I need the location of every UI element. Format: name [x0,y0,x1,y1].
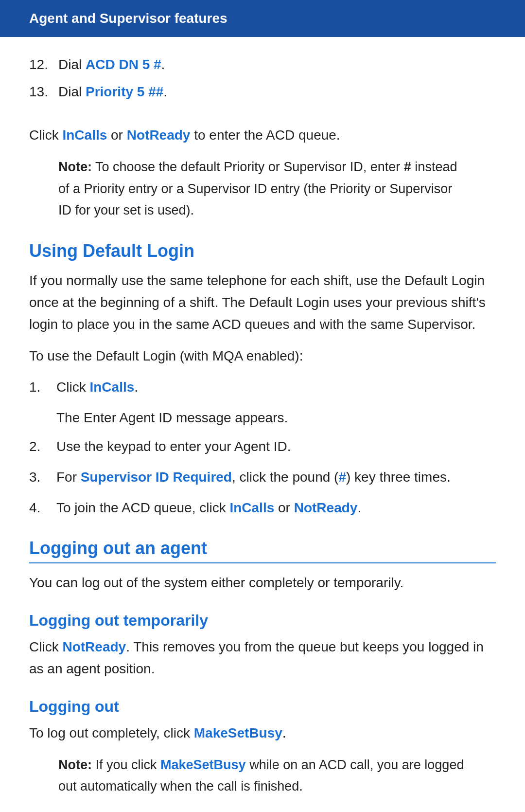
section-logging-out-agent-heading: Logging out an agent [29,538,496,563]
note-block-2: Note: If you click MakeSetBusy while on … [58,754,467,798]
step-2-content: Use the keypad to enter your Agent ID. [56,436,496,458]
step-3-content: For Supervisor ID Required, click the po… [56,467,496,488]
logging-out-paragraph-1: You can log out of the system either com… [29,572,496,594]
step-4-content: To join the ACD queue, click InCalls or … [56,497,496,519]
default-login-paragraph-1: If you normally use the same telephone f… [29,270,496,335]
item-13-text: Dial Priority 5 ##. [58,82,167,102]
numbered-item-12: 12. Dial ACD DN 5 #. [29,54,496,75]
subsection-logging-out-temporarily-heading: Logging out temporarily [29,612,496,630]
step-2: 2. Use the keypad to enter your Agent ID… [29,436,496,458]
step-3-num: 3. [29,467,56,488]
item-12-num: 12. [29,54,58,75]
logging-out-paragraph: To log out completely, click MakeSetBusy… [29,722,496,744]
pound-link: # [338,469,346,485]
step-4: 4. To join the ACD queue, click InCalls … [29,497,496,519]
step-1-content: Click InCalls. [56,377,496,398]
note-1-bold: Note: [58,160,92,174]
item-13-num: 13. [29,82,58,102]
step-1: 1. Click InCalls. [29,377,496,398]
header-title: Agent and Supervisor features [29,11,228,26]
notready-link-step4: NotReady [294,500,358,515]
makesetbusy-link: MakeSetBusy [194,725,282,740]
main-content: 12. Dial ACD DN 5 #. 13. Dial Priority 5… [0,54,525,812]
incalls-link-step4: InCalls [229,500,274,515]
priority-link: Priority 5 ## [86,84,163,99]
incalls-link-intro: InCalls [62,127,107,143]
step-1-sub: The Enter Agent ID message appears. [56,407,496,429]
subsection-logging-out-heading: Logging out [29,698,496,716]
notready-link-intro: NotReady [127,127,191,143]
numbered-item-13: 13. Dial Priority 5 ##. [29,82,496,102]
step-1-num: 1. [29,377,56,398]
default-login-paragraph-2: To use the Default Login (with MQA enabl… [29,345,496,367]
makesetbusy-link-note: MakeSetBusy [160,758,246,772]
section-using-default-login-heading: Using Default Login [29,241,496,261]
note-1-text: Note: To choose the default Priority or … [58,160,457,218]
incalls-link-step1: InCalls [89,379,134,395]
step-4-num: 4. [29,497,56,519]
intro-paragraph: Click InCalls or NotReady to enter the A… [29,125,496,146]
header-bar: Agent and Supervisor features [0,0,525,37]
logging-out-temporarily-paragraph: Click NotReady. This removes you from th… [29,636,496,680]
supervisor-id-required-link: Supervisor ID Required [81,469,232,485]
notready-link-temp: NotReady [62,639,126,654]
note-2-text: Note: If you click MakeSetBusy while on … [58,758,464,794]
note-block-1: Note: To choose the default Priority or … [58,156,467,221]
note-hash: # [404,160,411,174]
acd-dn-link: ACD DN 5 # [86,57,161,72]
step-2-num: 2. [29,436,56,458]
step-3: 3. For Supervisor ID Required, click the… [29,467,496,488]
item-12-text: Dial ACD DN 5 #. [58,54,165,75]
note-2-bold: Note: [58,758,92,772]
